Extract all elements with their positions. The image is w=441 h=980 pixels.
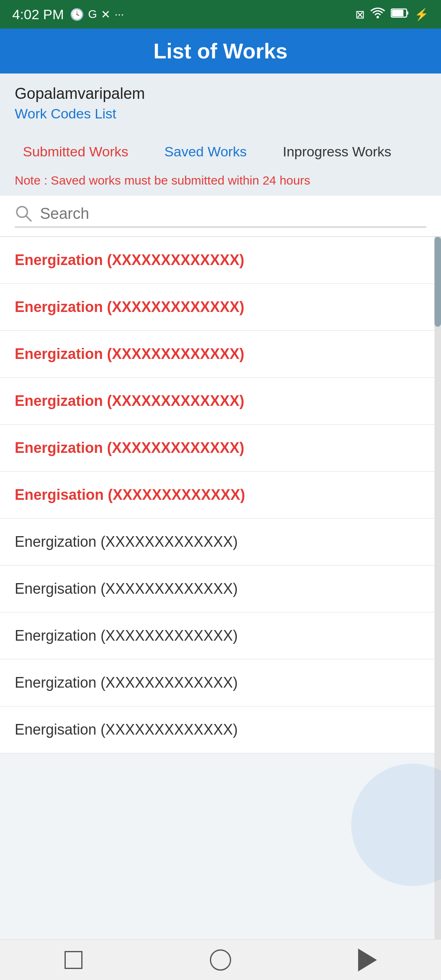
tabs: Submitted Works Saved Works Inprogress W… (15, 131, 426, 168)
nav-back-button[interactable] (353, 946, 382, 974)
search-input[interactable] (40, 205, 426, 223)
scrollbar-track[interactable] (434, 237, 441, 980)
square-icon (65, 951, 82, 969)
scrollbar-thumb[interactable] (434, 237, 441, 327)
list-item[interactable]: Energization (XXXXXXXXXXXXX) (0, 378, 441, 425)
svg-rect-3 (407, 11, 408, 15)
status-bar-right: ⊠ ⚡ (355, 7, 429, 22)
note-text: Note : Saved works must be submitted wit… (15, 174, 310, 187)
battery-icon (391, 8, 409, 21)
svg-point-0 (376, 16, 379, 18)
status-bar: 4:02 PM 🕓 G ✕ ··· ⊠ ⚡ (0, 0, 441, 29)
list-item[interactable]: Energization (XXXXXXXXXXXXX) (0, 612, 441, 659)
tab-inprogress[interactable]: Inprogress Works (275, 140, 400, 164)
work-codes-link[interactable]: Work Codes List (15, 106, 426, 122)
header: List of Works (0, 29, 441, 74)
bg-decorative-circle (351, 764, 441, 886)
nav-square-button[interactable] (59, 946, 88, 974)
location-name: Gopalamvaripalem (15, 85, 426, 102)
list-item[interactable]: Energisation (XXXXXXXXXXXXX) (0, 566, 441, 612)
charge-icon: ⚡ (414, 8, 429, 21)
tab-saved[interactable]: Saved Works (156, 140, 255, 164)
circle-icon (210, 949, 231, 971)
search-wrapper (15, 205, 426, 223)
search-icon (15, 205, 33, 223)
list-container: Energization (XXXXXXXXXXXXX)Energization… (0, 237, 441, 753)
list-scroll-area: Energization (XXXXXXXXXXXXX)Energization… (0, 237, 441, 980)
svg-line-5 (26, 216, 31, 221)
google-icon: G (88, 8, 97, 21)
tab-submitted[interactable]: Submitted Works (15, 140, 136, 164)
list-item[interactable]: Energization (XXXXXXXXXXXXX) (0, 331, 441, 378)
page-title: List of Works (154, 39, 287, 63)
more-icon: ··· (114, 8, 124, 21)
wifi-icon (370, 7, 385, 22)
status-icons-left: 🕓 G ✕ ··· (70, 8, 124, 21)
notification-icon: ✕ (101, 8, 110, 21)
status-bar-left: 4:02 PM 🕓 G ✕ ··· (12, 7, 124, 22)
list-item[interactable]: Energization (XXXXXXXXXXXXX) (0, 659, 441, 706)
list-item[interactable]: Energization (XXXXXXXXXXXXX) (0, 425, 441, 472)
nav-home-button[interactable] (206, 946, 235, 974)
svg-rect-2 (392, 10, 403, 16)
note-bar: Note : Saved works must be submitted wit… (0, 168, 441, 196)
status-time: 4:02 PM (12, 7, 64, 22)
list-item[interactable]: Energisation (XXXXXXXXXXXXX) (0, 706, 441, 753)
list-item[interactable]: Energization (XXXXXXXXXXXXX) (0, 519, 441, 566)
list-item[interactable]: Energisation (XXXXXXXXXXXXX) (0, 472, 441, 519)
list-item[interactable]: Energization (XXXXXXXXXXXXX) (0, 284, 441, 331)
bottom-nav (0, 939, 441, 980)
search-section (0, 196, 441, 237)
display-icon: ⊠ (355, 8, 365, 21)
triangle-icon (358, 949, 377, 971)
clock-icon: 🕓 (70, 8, 84, 21)
list-item[interactable]: Energization (XXXXXXXXXXXXX) (0, 237, 441, 284)
search-divider (15, 227, 426, 227)
info-section: Gopalamvaripalem Work Codes List Submitt… (0, 74, 441, 168)
